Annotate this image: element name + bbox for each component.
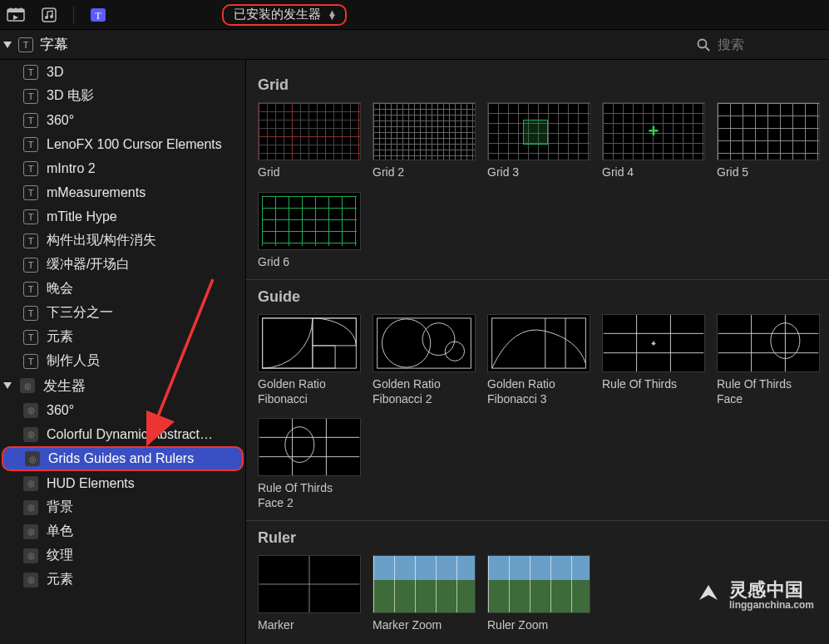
search-icon [696,37,711,52]
thumbnail-preview [258,555,361,613]
sidebar-header-generators[interactable]: ◎ 发生器 [0,373,245,398]
dropdown-label: 已安装的发生器 [234,7,321,22]
generator-item-icon: ◎ [23,573,38,587]
generator-item-icon: ◎ [25,451,40,466]
generator-item-icon: ◎ [23,524,38,539]
thumbnail-label: Grid [258,165,361,180]
section-title: Grid [258,76,829,94]
title-item-icon: T [23,65,38,80]
top-toolbar: T 已安装的发生器 ▲▼ [0,0,829,30]
thumbnail-preview [487,102,590,160]
generators-header-label: 发生器 [43,376,86,396]
generator-thumbnail[interactable]: Golden Ratio Fibonacci [258,314,361,406]
sidebar-generator-item-selected[interactable]: ◎Grids Guides and Rulers [2,446,244,471]
sidebar-title-item[interactable]: T3D [0,60,245,84]
titles-header-label: 字幕 [40,35,68,54]
svg-marker-4 [19,7,22,9]
search-box[interactable] [696,37,817,52]
thumbnail-preview [487,314,590,372]
title-item-icon: T [23,209,38,224]
titles-icon: T [18,37,33,52]
thumbnail-label: Grid 4 [602,165,705,180]
sidebar-title-item[interactable]: TmMeasurements [0,180,245,204]
thumbnail-preview [487,555,590,613]
thumbnail-label: Ruler Zoom [487,618,590,633]
sidebar-title-item[interactable]: T下三分之一 [0,301,245,325]
thumbnail-preview [258,102,361,160]
thumbnail-preview [258,192,361,250]
sidebar-title-item[interactable]: TmIntro 2 [0,156,245,180]
thumbnail-preview: + [602,314,705,372]
generator-thumbnail[interactable]: Grid 3 [487,102,590,180]
disclosure-triangle-icon[interactable] [3,42,12,48]
generator-thumbnail[interactable]: Marker Zoom [373,555,476,633]
generator-item-icon: ◎ [23,500,38,515]
sidebar-title-item[interactable]: T制作人员 [0,349,245,373]
generator-thumbnail[interactable]: Ruler Zoom [487,555,590,633]
sidebar-title-item[interactable]: T缓冲器/开场白 [0,253,245,277]
generator-thumbnail[interactable]: Grid 5 [717,102,820,180]
sidebar-generator-item[interactable]: ◎纹理 [0,543,245,568]
section-title: Guide [258,288,829,306]
svg-text:+: + [652,340,656,347]
sidebar-header-titles[interactable]: T 字幕 [0,35,246,54]
generator-thumbnail[interactable]: Marker [258,555,361,633]
watermark: 灵感中国 lingganchina.com [694,578,814,611]
generators-browser[interactable]: Grid Grid Grid 2 Grid 3 Grid 4 Grid 5 Gr… [246,60,829,644]
section-divider [246,520,829,521]
title-item-icon: T [23,161,38,176]
sidebar-generator-item[interactable]: ◎Colorful Dynamic Abstract… [0,422,245,446]
sidebar-generator-item[interactable]: ◎HUD Elements [0,471,245,495]
watermark-logo-icon [694,580,723,608]
watermark-subtext: lingganchina.com [729,599,814,611]
music-browser-icon[interactable] [40,6,58,24]
sidebar-generator-item[interactable]: ◎单色 [0,519,245,543]
sidebar-title-item[interactable]: T晚会 [0,277,245,301]
svg-point-11 [698,39,707,47]
search-input[interactable] [718,37,817,52]
sidebar-title-item[interactable]: T360° [0,108,245,132]
generator-thumbnail[interactable]: Rule Of Thirds Face [717,314,820,406]
sidebar-generator-item[interactable]: ◎背景 [0,495,245,519]
sidebar-title-item[interactable]: T3D 电影 [0,84,245,108]
sidebar-title-item[interactable]: TmTitle Hype [0,204,245,229]
sub-header: T 字幕 [0,30,829,60]
toolbar-divider [73,6,74,24]
svg-rect-6 [42,8,56,22]
sidebar: T3D T3D 电影 T360° TLenoFX 100 Cursor Elem… [0,60,246,644]
title-item-icon: T [23,185,38,200]
generator-thumbnail[interactable]: Grid 2 [373,102,476,180]
disclosure-triangle-icon[interactable] [3,382,12,389]
title-item-icon: T [23,330,38,345]
thumbnail-label: Rule Of Thirds Face 2 [258,481,361,510]
generator-thumbnail[interactable]: Golden Ratio Fibonacci 3 [487,314,590,406]
sidebar-title-item[interactable]: T构件出现/构件消失 [0,229,245,253]
title-item-icon: T [23,354,38,369]
thumbnail-label: Golden Ratio Fibonacci 3 [487,377,590,406]
generator-thumbnail[interactable]: Grid 6 [258,192,361,270]
titles-generators-icon[interactable]: T [89,6,107,24]
generator-filter-dropdown[interactable]: 已安装的发生器 ▲▼ [222,4,347,26]
generator-thumbnail[interactable]: Rule Of Thirds Face 2 [258,418,361,510]
media-browser-icon[interactable] [7,6,25,24]
generator-thumbnail[interactable]: + Rule Of Thirds [602,314,705,406]
thumbnail-label: Marker Zoom [373,618,476,633]
generator-thumbnail[interactable]: Golden Ratio Fibonacci 2 [373,314,476,406]
generator-thumbnail[interactable]: Grid [258,102,361,180]
sidebar-generator-item[interactable]: ◎元素 [0,568,245,592]
sidebar-title-item[interactable]: T元素 [0,325,245,349]
chevron-updown-icon: ▲▼ [328,11,337,19]
thumbnail-preview [717,314,820,372]
thumbnail-preview [373,314,476,372]
title-item-icon: T [23,113,38,128]
thumbnail-label: Grid 2 [373,165,476,180]
thumbnail-label: Rule Of Thirds [602,377,705,392]
generator-thumbnail[interactable]: Grid 4 [602,102,705,180]
title-item-icon: T [23,258,38,273]
thumbnail-label: Grid 6 [258,255,361,270]
svg-rect-15 [313,318,356,346]
sidebar-generator-item[interactable]: ◎360° [0,398,245,422]
generator-item-icon: ◎ [23,476,38,491]
svg-point-7 [45,16,48,19]
sidebar-title-item[interactable]: TLenoFX 100 Cursor Elements [0,132,245,156]
